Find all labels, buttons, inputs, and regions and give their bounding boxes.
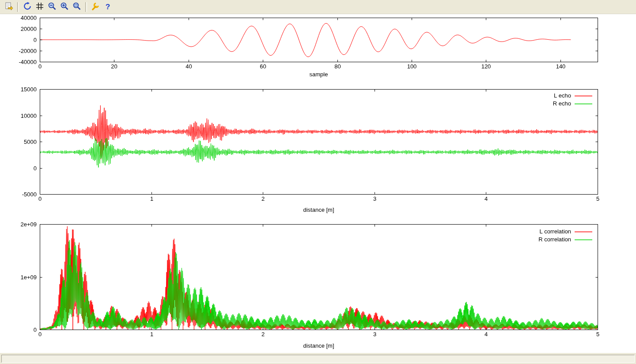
config-button[interactable] [90, 1, 101, 13]
zoom-next-button[interactable] [59, 1, 70, 13]
toolbar-separator [85, 2, 87, 12]
replot-icon [23, 2, 32, 12]
magnifier-autoscale-icon [72, 2, 81, 12]
copy-to-clipboard-icon [4, 2, 13, 12]
plot-area [0, 14, 636, 353]
correlation-chart-canvas[interactable] [0, 217, 636, 353]
grid-icon [35, 2, 44, 12]
status-field [1, 355, 635, 363]
gnuplot-window: ? [0, 0, 636, 364]
replot-button[interactable] [22, 1, 33, 13]
autoscale-button[interactable] [71, 1, 83, 13]
status-bar [0, 353, 636, 364]
magnifier-minus-icon [48, 2, 57, 12]
toolbar: ? [0, 0, 636, 14]
grid-toggle-button[interactable] [34, 1, 45, 13]
toolbar-separator [17, 2, 19, 12]
wrench-icon [91, 2, 100, 12]
zoom-previous-button[interactable] [46, 1, 58, 13]
help-button[interactable]: ? [102, 1, 114, 13]
magnifier-plus-icon [60, 2, 69, 12]
help-icon: ? [106, 3, 110, 11]
pulse-waveform-chart-canvas[interactable] [0, 14, 636, 82]
echo-chart-canvas[interactable] [0, 82, 636, 217]
copy-to-clipboard-button[interactable] [3, 1, 15, 13]
